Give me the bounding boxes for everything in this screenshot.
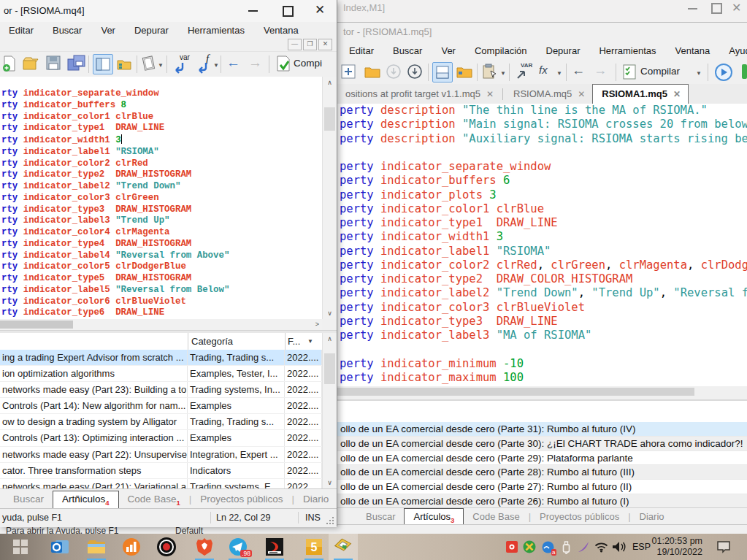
scrollbar-thumb[interactable] (324, 353, 335, 384)
bottom-tab[interactable]: Diario (640, 511, 664, 522)
outlook-icon[interactable] (45, 534, 74, 560)
bottom-tab[interactable]: Code Base1 (128, 494, 180, 505)
wifi-icon[interactable] (591, 534, 610, 560)
metaeditor-icon[interactable] (329, 534, 358, 560)
bottom-tab[interactable]: Buscar (366, 511, 395, 522)
screen-recorder-icon[interactable] (152, 534, 181, 560)
article-row[interactable]: ollo de un EA comercial desde cero (Part… (337, 451, 747, 466)
insert-function-button[interactable]: fx (539, 64, 548, 77)
chevron-down-icon[interactable]: ▼ (556, 70, 562, 77)
menu-item[interactable]: Herramientas (188, 25, 245, 36)
forward-arrow-icon[interactable]: → (248, 55, 262, 71)
sort-arrow-icon[interactable]: ▼ (307, 338, 313, 345)
bottom-tab[interactable]: Buscar (13, 494, 44, 505)
article-row[interactable]: ollo de un EA comercial desde cero (Part… (337, 422, 747, 437)
open-folder-button[interactable] (22, 55, 39, 75)
chevron-down-icon[interactable]: ▼ (158, 62, 164, 69)
code-editor[interactable]: perty description "The thin line is the … (337, 104, 747, 386)
close-icon[interactable]: ✕ (732, 1, 741, 15)
menu-item[interactable]: Ventana (264, 25, 299, 36)
pen-icon[interactable] (574, 534, 593, 560)
menu-item[interactable]: Ventana (675, 45, 710, 56)
horizontal-scrollbar[interactable] (337, 386, 747, 397)
metatrader-icon[interactable] (260, 534, 289, 560)
maximize-icon[interactable] (711, 3, 722, 14)
usb-device-icon[interactable] (556, 534, 575, 560)
bottom-tab[interactable]: Code Base (472, 511, 519, 522)
compile-button[interactable]: Compilar (640, 66, 680, 77)
speaker-icon[interactable] (609, 534, 629, 560)
article-row[interactable]: Controls (Part 14): New algorithm for na… (0, 398, 322, 414)
table-header[interactable]: Categoría F... ▼ (0, 333, 322, 350)
new-file-button[interactable] (1, 55, 18, 75)
back-arrow-icon[interactable]: ← (226, 55, 240, 71)
compile-icon[interactable] (275, 55, 292, 75)
resize-grip[interactable] (326, 516, 334, 525)
article-row[interactable]: ollo de un EA comercial desde cero (Part… (337, 437, 747, 451)
back-arrow-icon[interactable]: ← (572, 63, 585, 78)
document-tab[interactable]: ositions at profit target v1.1.mq5✕ (337, 85, 501, 104)
article-row[interactable]: cator. Three transformation stepsIndicat… (0, 463, 322, 479)
scroll-up-icon[interactable]: ∧ (323, 335, 337, 342)
chevron-down-icon[interactable]: ▼ (500, 70, 506, 77)
article-row[interactable]: ow to design a trading system by Alligat… (0, 414, 322, 430)
telegram-icon[interactable]: .98 (223, 534, 253, 560)
document-tab[interactable]: RSIOMA.mq5✕ (505, 85, 592, 104)
menu-item[interactable]: Ayuda (729, 45, 747, 56)
tray-recorder-icon[interactable] (502, 534, 521, 560)
bottom-tab[interactable]: Proyectos públicos (540, 511, 619, 522)
article-row[interactable]: ion optimization algorithmsExamples, Tes… (0, 366, 322, 382)
article-row[interactable]: ollo de un EA comercial desde cero (Part… (337, 480, 747, 494)
bottom-tab[interactable]: Proyectos públicos (200, 494, 283, 505)
menu-item[interactable]: Editar (349, 45, 374, 56)
menu-item[interactable]: Compilación (475, 45, 527, 56)
paste-button[interactable] (481, 64, 499, 83)
save-all-button[interactable] (67, 55, 86, 75)
article-row[interactable]: ollo de un EA comercial desde cero (Part… (337, 494, 747, 509)
chevron-down-icon[interactable]: ▼ (696, 70, 702, 77)
code-editor[interactable]: rty indicator_separate_windowrty indicat… (0, 77, 322, 319)
maximize-icon[interactable] (283, 6, 294, 17)
bottom-tab[interactable]: Artñiculos4 (53, 491, 119, 509)
notification-center-icon[interactable] (713, 534, 735, 560)
file-explorer-icon[interactable] (82, 534, 111, 560)
scroll-down-icon[interactable]: ∨ (323, 479, 337, 486)
bottom-tab[interactable]: Diario (303, 494, 329, 505)
clock[interactable]: 01:20:53 pm 19/10/2022 (648, 536, 702, 558)
save-button[interactable] (45, 55, 61, 74)
open-folder-button[interactable] (364, 64, 381, 83)
column-header-category[interactable]: Categoría (191, 336, 233, 347)
navigator-toggle-button[interactable] (432, 62, 453, 83)
forward-arrow-icon[interactable]: → (594, 63, 607, 78)
scrollbar-thumb[interactable] (337, 388, 694, 396)
scrollbar-thumb[interactable] (0, 321, 73, 329)
article-row[interactable]: Controls (Part 13): Optimizing interacti… (0, 430, 322, 446)
new-file-button[interactable] (340, 64, 356, 83)
compile-icon[interactable] (621, 64, 637, 83)
close-icon[interactable]: ✕ (486, 89, 494, 99)
compile-button[interactable]: Compi (294, 58, 322, 69)
scrollbar-thumb[interactable] (324, 107, 335, 131)
close-icon[interactable]: ✕ (315, 2, 325, 18)
brave-icon[interactable] (190, 534, 219, 560)
document-tab[interactable]: RSIOMA1.mq5✕ (592, 84, 689, 104)
debug-play-button[interactable] (714, 63, 733, 85)
download-all-icon[interactable] (407, 64, 423, 83)
download-icon[interactable] (386, 64, 402, 83)
menu-item[interactable]: Herramientas (599, 45, 656, 56)
menu-item[interactable]: Depurar (546, 45, 581, 56)
menu-item[interactable]: Buscar (393, 45, 422, 56)
folder-files-button[interactable] (115, 55, 133, 75)
horizontal-scrollbar[interactable]: > (0, 319, 322, 330)
scroll-right-icon[interactable]: > (315, 321, 319, 328)
scroll-up-icon[interactable]: ∧ (323, 79, 337, 86)
menu-item[interactable]: Ver (101, 25, 115, 36)
toolbar-icon-clipped[interactable] (742, 64, 747, 79)
article-row[interactable]: networks made easy (Part 23): Building a… (0, 382, 322, 398)
menu-item[interactable]: Ver (441, 45, 456, 56)
vertical-scrollbar[interactable]: ∧ ∨ (322, 333, 337, 488)
start-button[interactable] (6, 534, 35, 560)
vertical-scrollbar[interactable]: ∧ ∨ (322, 77, 337, 319)
menu-item[interactable]: Depurar (134, 25, 169, 36)
metatrader5-icon[interactable]: 5 (299, 534, 329, 560)
